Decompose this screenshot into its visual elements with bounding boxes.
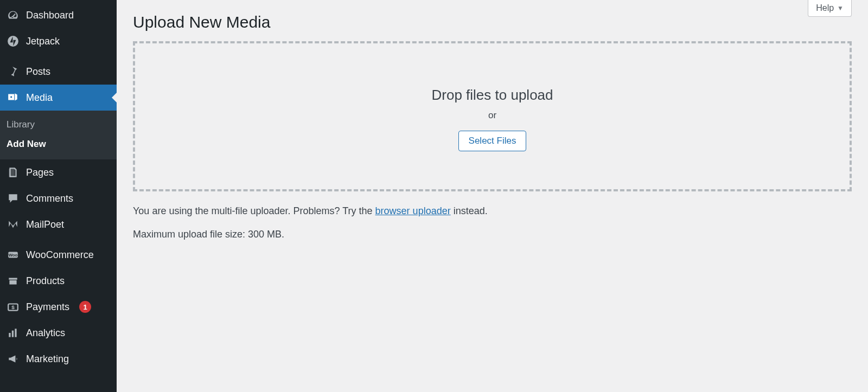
sidebar-item-mailpoet[interactable]: MailPoet bbox=[0, 211, 117, 237]
sidebar-item-pages[interactable]: Pages bbox=[0, 159, 117, 185]
pages-icon bbox=[7, 166, 20, 179]
sidebar-item-analytics[interactable]: Analytics bbox=[0, 320, 117, 346]
chart-icon bbox=[7, 326, 20, 339]
help-label: Help bbox=[816, 3, 834, 13]
sidebar-item-jetpack[interactable]: Jetpack bbox=[0, 28, 117, 54]
max-upload-note: Maximum upload file size: 300 MB. bbox=[133, 229, 852, 240]
sidebar-item-payments[interactable]: $ Payments 1 bbox=[0, 294, 117, 320]
sidebar-item-label: Comments bbox=[26, 193, 73, 204]
svg-rect-5 bbox=[9, 278, 17, 280]
jetpack-icon bbox=[7, 35, 20, 48]
sidebar-item-label: Media bbox=[26, 92, 53, 104]
note-suffix: instead. bbox=[451, 205, 488, 216]
sidebar-item-label: Products bbox=[26, 275, 65, 287]
page-title: Upload New Media bbox=[133, 0, 852, 41]
sidebar-item-label: Payments bbox=[26, 301, 69, 313]
gauge-icon bbox=[7, 9, 20, 22]
svg-rect-2 bbox=[9, 169, 15, 177]
svg-text:$: $ bbox=[11, 304, 15, 310]
pin-icon bbox=[7, 65, 20, 78]
uploader-note: You are using the multi-file uploader. P… bbox=[133, 205, 852, 217]
svg-rect-10 bbox=[12, 331, 14, 337]
payments-badge: 1 bbox=[79, 301, 91, 313]
sidebar-subitem-addnew[interactable]: Add New bbox=[0, 134, 117, 154]
admin-sidebar: Dashboard Jetpack Posts Media Library Ad… bbox=[0, 0, 117, 392]
sidebar-item-label: Analytics bbox=[26, 327, 65, 339]
mailpoet-icon bbox=[7, 218, 20, 231]
megaphone-icon bbox=[7, 352, 20, 365]
chevron-down-icon: ▼ bbox=[837, 4, 844, 12]
sidebar-item-dashboard[interactable]: Dashboard bbox=[0, 2, 117, 28]
comment-icon bbox=[7, 192, 20, 205]
dropzone-or: or bbox=[146, 110, 839, 121]
svg-point-0 bbox=[8, 36, 18, 47]
sidebar-item-posts[interactable]: Posts bbox=[0, 59, 117, 85]
svg-text:Woo: Woo bbox=[9, 253, 18, 258]
sidebar-submenu-media: Library Add New bbox=[0, 111, 117, 159]
sidebar-item-comments[interactable]: Comments bbox=[0, 185, 117, 211]
help-tab[interactable]: Help ▼ bbox=[808, 0, 852, 17]
media-icon bbox=[7, 91, 20, 104]
dropzone-title: Drop files to upload bbox=[146, 87, 839, 104]
sidebar-subitem-library[interactable]: Library bbox=[0, 115, 117, 134]
main-content: Help ▼ Upload New Media Drop files to up… bbox=[117, 0, 868, 392]
payments-icon: $ bbox=[7, 300, 20, 313]
svg-rect-11 bbox=[15, 329, 16, 337]
sidebar-item-marketing[interactable]: Marketing bbox=[0, 346, 117, 372]
svg-rect-6 bbox=[9, 280, 16, 285]
sidebar-item-label: Dashboard bbox=[26, 10, 74, 21]
sidebar-item-media[interactable]: Media bbox=[0, 85, 117, 111]
sidebar-item-label: WooCommerce bbox=[26, 249, 94, 261]
sidebar-item-products[interactable]: Products bbox=[0, 268, 117, 294]
upload-dropzone[interactable]: Drop files to upload or Select Files bbox=[133, 41, 852, 191]
sidebar-item-label: Posts bbox=[26, 66, 50, 78]
select-files-button[interactable]: Select Files bbox=[458, 131, 527, 151]
sidebar-item-label: Jetpack bbox=[26, 36, 60, 47]
note-prefix: You are using the multi-file uploader. P… bbox=[133, 205, 375, 216]
svg-rect-9 bbox=[9, 333, 10, 337]
sidebar-item-label: Marketing bbox=[26, 354, 69, 365]
sidebar-item-woocommerce[interactable]: Woo WooCommerce bbox=[0, 242, 117, 268]
woocommerce-icon: Woo bbox=[7, 248, 20, 261]
archive-icon bbox=[7, 274, 20, 287]
sidebar-item-label: MailPoet bbox=[26, 219, 64, 230]
sidebar-item-label: Pages bbox=[26, 167, 54, 178]
browser-uploader-link[interactable]: browser uploader bbox=[375, 205, 451, 216]
svg-point-1 bbox=[10, 96, 12, 98]
